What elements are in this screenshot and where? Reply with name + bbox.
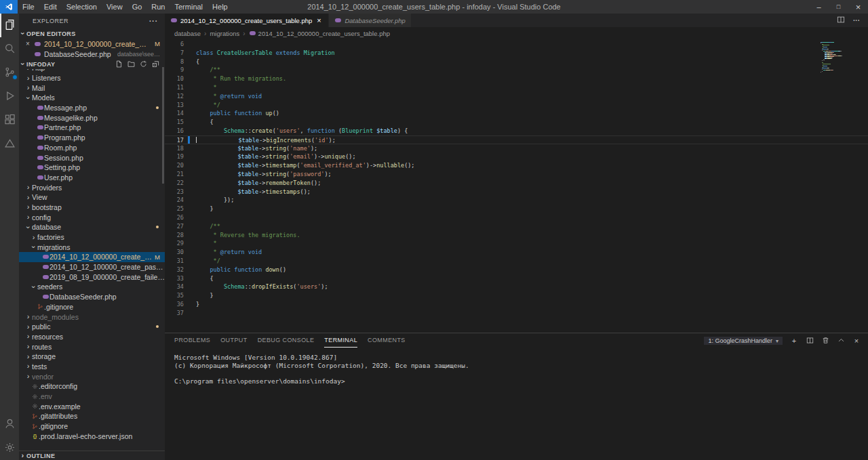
tree-item-mail[interactable]: Mail (19, 83, 165, 93)
tree-item-message-php[interactable]: Message.php (19, 103, 165, 113)
more-actions-icon[interactable] (149, 18, 158, 25)
code-line-22[interactable]: 22 $table->rememberToken(); (165, 179, 868, 188)
line-number[interactable]: 11 (165, 83, 184, 92)
minimize-icon[interactable] (809, 0, 829, 14)
kill-terminal-icon[interactable] (821, 336, 830, 346)
activity-source-control[interactable] (0, 61, 19, 85)
tree-item-session-php[interactable]: Session.php (19, 152, 165, 163)
menu-selection[interactable]: Selection (62, 0, 102, 14)
code-line-8[interactable]: 8{ (165, 58, 868, 66)
refresh-explorer-icon[interactable] (140, 60, 147, 68)
activity-search[interactable] (0, 37, 19, 61)
code-line-35[interactable]: 35 } (165, 291, 868, 300)
more-actions-icon[interactable]: ··· (853, 17, 860, 24)
split-terminal-icon[interactable] (805, 336, 814, 346)
activity-explorer[interactable] (0, 14, 19, 37)
tree-item-databaseseeder-php[interactable]: DatabaseSeeder.php (19, 292, 165, 302)
line-number[interactable]: 33 (165, 274, 184, 283)
tree-item-migrations[interactable]: migrations (19, 242, 165, 252)
breadcrumb-item-2014-10-12-000000-create-users-table-php[interactable]: 2014_10_12_000000_create_users_table.php (258, 30, 390, 37)
line-number[interactable]: 31 (165, 257, 184, 266)
line-number[interactable]: 26 (165, 213, 184, 222)
line-number[interactable]: 18 (165, 144, 184, 153)
folder-section-header[interactable]: INFODAY (19, 59, 165, 69)
code-line-16[interactable]: 16 Schema::create('users', function (Blu… (165, 127, 868, 135)
line-number[interactable]: 6 (165, 40, 184, 49)
line-number[interactable]: 10 (165, 75, 184, 83)
tree-item-storage[interactable]: storage (19, 352, 165, 362)
code-line-23[interactable]: 23 $table->timestamps(); (165, 188, 868, 196)
line-number[interactable]: 15 (165, 118, 184, 127)
tree-item-program-php[interactable]: Program.php (19, 133, 165, 143)
tree-item-room-php[interactable]: Room.php (19, 143, 165, 153)
panel-tab-output[interactable]: OUTPUT (220, 333, 247, 348)
line-number[interactable]: 14 (165, 109, 184, 118)
terminal-selector[interactable]: 1: GoogleCrashHandler (704, 337, 783, 345)
tree-item-gitattributes[interactable]: .gitattributes (19, 411, 165, 421)
activity-extensions[interactable] (0, 108, 19, 132)
new-terminal-icon[interactable]: + (789, 336, 799, 346)
tree-item-routes[interactable]: routes (19, 341, 165, 352)
tree-item-gitignore[interactable]: .gitignore (19, 421, 165, 432)
open-editor-2014-10-12-000000-create-users-table-php[interactable]: 2014_10_12_000000_create_users_table.php… (19, 39, 165, 49)
tree-item-database[interactable]: database (19, 222, 165, 232)
code-line-13[interactable]: 13 */ (165, 101, 868, 110)
code-line-30[interactable]: 30 * @return void (165, 248, 868, 257)
panel-tab-terminal[interactable]: TERMINAL (324, 333, 357, 348)
line-number[interactable]: 16 (165, 127, 184, 135)
tree-item-factories[interactable]: factories (19, 232, 165, 243)
line-number[interactable]: 24 (165, 196, 184, 205)
activity-accounts[interactable] (0, 413, 19, 436)
open-editor-databaseseeder-php[interactable]: DatabaseSeeder.phpdatabase\seeders (19, 49, 165, 59)
tree-item-env-example[interactable]: .env.example (19, 401, 165, 411)
menu-go[interactable]: Go (127, 0, 147, 14)
activity-manage[interactable] (0, 436, 19, 460)
tree-item-2019-08-19-000000-create-failed-jobs-table-php[interactable]: 2019_08_19_000000_create_failed_jobs_tab… (19, 272, 165, 282)
breadcrumb-item-database[interactable]: database (174, 30, 201, 37)
code-line-33[interactable]: 33 { (165, 274, 868, 283)
tree-item-listeners[interactable]: Listeners (19, 73, 165, 83)
code-line-25[interactable]: 25 } (165, 205, 868, 213)
tree-item-editorconfig[interactable]: .editorconfig (19, 381, 165, 392)
menu-run[interactable]: Run (146, 0, 170, 14)
line-number[interactable]: 25 (165, 205, 184, 213)
tree-item-providers[interactable]: Providers (19, 182, 165, 192)
panel-tab-debug-console[interactable]: DEBUG CONSOLE (258, 333, 315, 348)
code-line-36[interactable]: 36} (165, 300, 868, 309)
tree-item-node-modules[interactable]: node_modules (19, 312, 165, 322)
terminal-output[interactable]: Microsoft Windows [Version 10.0.19042.86… (165, 348, 868, 460)
line-number[interactable]: 21 (165, 170, 184, 179)
code-line-9[interactable]: 9 /** (165, 66, 868, 75)
tree-item-models[interactable]: Models (19, 93, 165, 103)
line-number[interactable]: 36 (165, 300, 184, 309)
tab-databaseseeder-php[interactable]: DatabaseSeeder.php (329, 14, 411, 27)
code-line-28[interactable]: 28 * Reverse the migrations. (165, 231, 868, 240)
code-line-32[interactable]: 32 public function down() (165, 266, 868, 274)
tree-item-2014-10-12-000000-create-users-table-php[interactable]: 2014_10_12_000000_create_users_table.php… (19, 252, 165, 262)
code-line-31[interactable]: 31 */ (165, 257, 868, 266)
code-line-10[interactable]: 10 * Run the migrations. (165, 75, 868, 83)
menu-file[interactable]: File (18, 0, 39, 14)
line-number[interactable]: 22 (165, 179, 184, 188)
line-number[interactable]: 35 (165, 291, 184, 300)
tree-item-public[interactable]: public (19, 322, 165, 332)
line-number[interactable]: 30 (165, 248, 184, 257)
code-line-12[interactable]: 12 * @return void (165, 92, 868, 101)
menu-help[interactable]: Help (208, 0, 233, 14)
tree-item-prod-laravel-echo-server-json[interactable]: {}.prod.laravel-echo-server.json (19, 431, 165, 441)
menu-terminal[interactable]: Terminal (170, 0, 208, 14)
line-number[interactable]: 28 (165, 231, 184, 240)
code-line-24[interactable]: 24 }); (165, 196, 868, 205)
tree-item-seeders[interactable]: seeders (19, 282, 165, 292)
tree-item-resources[interactable]: resources (19, 332, 165, 342)
tree-item-setting-php[interactable]: Setting.php (19, 163, 165, 173)
code-line-18[interactable]: 18 $table->string('name'); (165, 144, 868, 153)
line-number[interactable]: 20 (165, 161, 184, 170)
menu-edit[interactable]: Edit (39, 0, 62, 14)
line-number[interactable]: 19 (165, 152, 184, 161)
sidebar-scrollbar[interactable] (162, 67, 164, 184)
tree-item-2014-10-12-100000-create-password-resets-table-php[interactable]: 2014_10_12_100000_create_password_resets… (19, 262, 165, 272)
maximize-icon[interactable] (829, 0, 848, 14)
line-number[interactable]: 12 (165, 92, 184, 101)
close-tab-icon[interactable] (315, 16, 323, 24)
